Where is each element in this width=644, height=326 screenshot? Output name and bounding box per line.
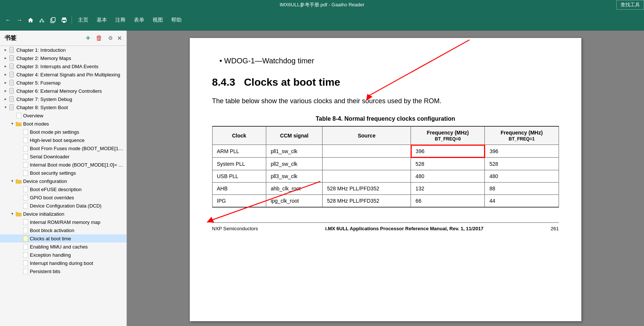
expander-ch8-dc3[interactable] [16, 203, 22, 208]
close-sidebar-button[interactable]: ✕ [117, 35, 122, 42]
content-area[interactable]: WDOG-1—Watchdog timer 8.4.3 Clocks at bo… [127, 31, 644, 326]
toolbar-icon-copy[interactable] [48, 15, 58, 25]
cell-0-ccm: pll1_sw_clk [266, 145, 322, 158]
expander-ch7[interactable]: ► [3, 96, 8, 102]
icon-ch6 [9, 88, 15, 94]
sidebar-item-ch4[interactable]: ►Chapter 4: External Signals and Pin Mul… [0, 70, 126, 79]
expander-ch8-bm4[interactable] [16, 154, 22, 159]
sidebar-item-ch8-di1[interactable]: Internal ROM/RAM memory map [0, 218, 126, 226]
expander-ch8-bm2[interactable] [16, 137, 22, 143]
sidebar-item-ch8-bm5[interactable]: Internal Boot mode (BOOT_MODE[1:0]= 0... [0, 161, 126, 169]
expander-ch8-di7[interactable] [16, 269, 22, 274]
cell-1-source [323, 158, 411, 170]
sidebar-item-ch6[interactable]: ►Chapter 6: External Memory Controllers [0, 87, 126, 95]
sidebar-item-ch8-ov[interactable]: Overview [0, 111, 126, 120]
label-ch8-di2: Boot block activation [30, 228, 123, 233]
add-bookmark-icon[interactable]: + [84, 34, 92, 42]
label-ch8-di5: Exception handling [30, 252, 123, 258]
sidebar-item-ch8-dc[interactable]: ▼Device configuration [0, 177, 126, 185]
menu-form[interactable]: 表单 [130, 15, 148, 25]
sidebar-item-ch7[interactable]: ►Chapter 7: System Debug [0, 95, 126, 103]
sidebar-item-ch1[interactable]: ►Chapter 1: Introduction [0, 46, 126, 54]
label-ch8-di6: Interrupt handling during boot [30, 260, 123, 266]
toolbar-icon-home[interactable] [25, 15, 36, 25]
find-tool-button[interactable]: 查找工具 [616, 0, 644, 10]
col-ccm: CCM signal [266, 126, 322, 145]
expander-ch3[interactable]: ► [3, 64, 8, 69]
sidebar-item-ch5[interactable]: ►Chapter 5: Fusemap [0, 79, 126, 87]
settings-bookmark-icon[interactable]: ⚙ [106, 34, 115, 42]
menu-home[interactable]: 主页 [74, 15, 92, 25]
sidebar-item-ch8-dc1[interactable]: Boot eFUSE description [0, 185, 126, 193]
menu-help[interactable]: 帮助 [167, 15, 185, 25]
label-ch5: Chapter 5: Fusemap [16, 80, 123, 86]
expander-ch8-ov[interactable] [10, 113, 15, 118]
icon-ch5 [9, 80, 15, 86]
sidebar-item-ch8-bm3[interactable]: Boot From Fuses mode (BOOT_MODE[1:0] [0, 144, 126, 152]
sidebar-item-ch8-dc2[interactable]: GPIO boot overrides [0, 193, 126, 202]
expander-ch8-di2[interactable] [16, 228, 22, 233]
expander-ch8-di6[interactable] [16, 260, 22, 266]
expander-ch5[interactable]: ► [3, 80, 8, 85]
menu-basic[interactable]: 基本 [93, 15, 111, 25]
sidebar-item-ch8-di4[interactable]: Enabling MMU and caches [0, 243, 126, 251]
sidebar-item-ch8-di2[interactable]: Boot block activation [0, 226, 126, 234]
page-footer: NXP Semiconductors i.MX 6ULL Application… [212, 222, 559, 231]
toolbar: ← → 主页 基本 注释 表单 视图 帮助 [0, 10, 644, 31]
sidebar-item-ch8-bm4[interactable]: Serial Downloader [0, 152, 126, 161]
sidebar-item-ch2[interactable]: ►Chapter 2: Memory Maps [0, 54, 126, 62]
expander-ch1[interactable]: ► [3, 47, 8, 53]
sidebar-item-ch8-di5[interactable]: Exception handling [0, 251, 126, 259]
label-ch1: Chapter 1: Introduction [16, 47, 123, 53]
svg-rect-56 [23, 260, 28, 266]
label-ch8-bm2: High-level boot sequence [30, 137, 123, 143]
expander-ch8-di[interactable]: ▼ [10, 211, 15, 216]
sidebar-item-ch8-bm2[interactable]: High-level boot sequence [0, 136, 126, 144]
sidebar-item-ch8-di3[interactable]: Clocks at boot time [0, 234, 126, 243]
svg-rect-48 [23, 187, 28, 192]
menu-annotation[interactable]: 注释 [111, 15, 129, 25]
expander-ch8-di1[interactable] [16, 219, 22, 225]
expander-ch8-bm[interactable]: ▼ [10, 121, 15, 126]
sidebar-item-ch8-di6[interactable]: Interrupt handling during boot [0, 259, 126, 267]
sidebar-item-ch8-dc3[interactable]: Device Configuration Data (DCD) [0, 202, 126, 210]
expander-ch8-dc[interactable]: ▼ [10, 178, 15, 184]
expander-ch8-bss[interactable] [16, 170, 22, 175]
toolbar-icon-cut[interactable] [37, 15, 47, 25]
expander-ch8-bm1[interactable] [16, 129, 22, 134]
label-ch8-bss: Boot security settings [30, 170, 123, 176]
sidebar-item-ch8-bss[interactable]: Boot security settings [0, 169, 126, 177]
expander-ch8-dc2[interactable] [16, 195, 22, 200]
expander-ch8-di4[interactable] [16, 244, 22, 249]
toolbar-icon-back[interactable]: ← [3, 15, 13, 25]
sidebar-item-ch8-bm[interactable]: ▼Boot modes [0, 120, 126, 128]
svg-rect-5 [52, 18, 55, 22]
sidebar-item-ch8-di7[interactable]: Persistent bits [0, 267, 126, 275]
expander-ch4[interactable]: ► [3, 72, 8, 77]
menu-view[interactable]: 视图 [149, 15, 167, 25]
section-desc: The table below show the various clocks … [212, 96, 559, 107]
menu-bar: 主页 基本 注释 表单 视图 帮助 [74, 15, 185, 25]
expander-ch8-bm5[interactable] [16, 162, 22, 167]
toolbar-separator [72, 16, 72, 25]
icon-ch8-di6 [22, 260, 28, 266]
expander-ch2[interactable]: ► [3, 56, 8, 61]
svg-rect-50 [23, 203, 28, 209]
expander-ch8-bm3[interactable] [16, 146, 22, 151]
expander-ch8[interactable]: ▼ [3, 105, 8, 110]
sidebar-item-ch8-di[interactable]: ▼Device initialization [0, 210, 126, 218]
toolbar-icon-print[interactable] [59, 15, 69, 25]
cell-3-freq0: 132 [411, 182, 485, 194]
sidebar-item-ch8-bm1[interactable]: Boot mode pin settings [0, 128, 126, 136]
label-ch8-bm3: Boot From Fuses mode (BOOT_MODE[1:0] [30, 146, 123, 151]
sidebar-item-ch8[interactable]: ▼Chapter 8: System Boot [0, 103, 126, 111]
toolbar-icon-forward[interactable]: → [14, 15, 25, 25]
delete-bookmark-icon[interactable]: 🗑 [95, 34, 104, 42]
expander-ch8-dc1[interactable] [16, 187, 22, 192]
svg-rect-43 [23, 137, 28, 143]
sidebar-item-ch3[interactable]: ►Chapter 3: Interrupts and DMA Events [0, 62, 126, 70]
expander-ch8-di3[interactable] [16, 236, 22, 241]
expander-ch8-di5[interactable] [16, 252, 22, 257]
label-ch8-dc: Device configuration [23, 178, 123, 184]
expander-ch6[interactable]: ► [3, 88, 8, 94]
